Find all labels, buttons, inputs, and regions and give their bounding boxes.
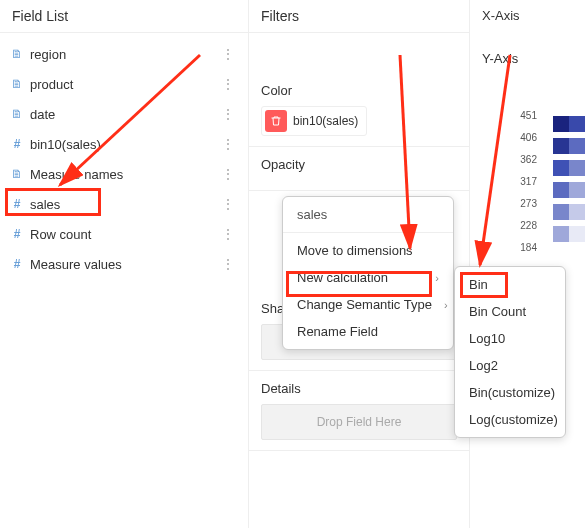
field-item-label: sales (30, 197, 217, 212)
heatmap-cell (569, 116, 585, 132)
field-context-menu: sales Move to dimensions New calculation… (282, 196, 454, 350)
field-item-sales[interactable]: #sales⋮ (0, 189, 248, 219)
field-item-label: Measure names (30, 167, 217, 182)
document-icon: 🗎 (10, 47, 24, 61)
more-icon[interactable]: ⋮ (217, 196, 238, 212)
submenu-log2[interactable]: Log2 (455, 352, 565, 379)
menu-new-calculation[interactable]: New calculation› (283, 264, 453, 291)
new-calculation-submenu: Bin Bin Count Log10 Log2 Bin(customize) … (454, 266, 566, 438)
submenu-log10[interactable]: Log10 (455, 325, 565, 352)
field-item-label: region (30, 47, 217, 62)
color-header: Color (261, 83, 457, 98)
more-icon[interactable]: ⋮ (217, 256, 238, 272)
field-item-row-count[interactable]: #Row count⋮ (0, 219, 248, 249)
heatmap-cell (553, 226, 569, 242)
more-icon[interactable]: ⋮ (217, 226, 238, 242)
heatmap-cell (569, 182, 585, 198)
heatmap-row (553, 116, 585, 132)
y-tick: 317 (520, 176, 537, 187)
menu-move-to-dimensions[interactable]: Move to dimensions (283, 237, 453, 264)
field-item-region[interactable]: 🗎region⋮ (0, 39, 248, 69)
number-icon: # (10, 257, 24, 271)
y-tick: 184 (520, 242, 537, 253)
submenu-bin-customize[interactable]: Bin(customize) (455, 379, 565, 406)
filters-header: Filters (249, 0, 469, 33)
more-icon[interactable]: ⋮ (217, 46, 238, 62)
menu-title: sales (283, 201, 453, 228)
document-icon: 🗎 (10, 77, 24, 91)
heatmap-row (553, 182, 585, 198)
chevron-right-icon: › (435, 272, 439, 284)
number-icon: # (10, 197, 24, 211)
x-axis-label: X-Axis (470, 0, 585, 31)
heatmap-cell (569, 160, 585, 176)
field-list: 🗎region⋮🗎product⋮🗎date⋮#bin10(sales)⋮🗎Me… (0, 33, 248, 285)
field-item-measure-names[interactable]: 🗎Measure names⋮ (0, 159, 248, 189)
field-item-date[interactable]: 🗎date⋮ (0, 99, 248, 129)
field-item-label: product (30, 77, 217, 92)
heatmap-row (553, 204, 585, 220)
field-item-product[interactable]: 🗎product⋮ (0, 69, 248, 99)
y-tick: 362 (520, 154, 537, 165)
delete-icon[interactable] (265, 110, 287, 132)
heatmap-cell (569, 138, 585, 154)
field-item-label: Row count (30, 227, 217, 242)
menu-rename-field[interactable]: Rename Field (283, 318, 453, 345)
document-icon: 🗎 (10, 107, 24, 121)
heatmap-cell (569, 226, 585, 242)
heatmap-cell (553, 182, 569, 198)
y-tick: 273 (520, 198, 537, 209)
heatmap-row (553, 138, 585, 154)
number-icon: # (10, 137, 24, 151)
document-icon: 🗎 (10, 167, 24, 181)
field-item-label: bin10(sales) (30, 137, 217, 152)
field-list-header: Field List (0, 0, 248, 33)
color-pill-label: bin10(sales) (293, 114, 358, 128)
y-axis-label: Y-Axis (470, 43, 585, 74)
submenu-bin-count[interactable]: Bin Count (455, 298, 565, 325)
heatmap-cell (553, 160, 569, 176)
heatmap-row (553, 160, 585, 176)
menu-change-semantic-type[interactable]: Change Semantic Type› (283, 291, 453, 318)
y-tick: 228 (520, 220, 537, 231)
details-header: Details (261, 381, 457, 396)
number-icon: # (10, 227, 24, 241)
more-icon[interactable]: ⋮ (217, 106, 238, 122)
y-tick: 451 (520, 110, 537, 121)
field-item-measure-values[interactable]: #Measure values⋮ (0, 249, 248, 279)
more-icon[interactable]: ⋮ (217, 136, 238, 152)
submenu-log-customize[interactable]: Log(customize) (455, 406, 565, 433)
details-dropzone[interactable]: Drop Field Here (261, 404, 457, 440)
more-icon[interactable]: ⋮ (217, 76, 238, 92)
heatmap-cell (569, 204, 585, 220)
heatmap-row (553, 226, 585, 242)
heatmap-cell (553, 138, 569, 154)
chevron-right-icon: › (444, 299, 448, 311)
submenu-bin[interactable]: Bin (455, 271, 565, 298)
heatmap-cell (553, 204, 569, 220)
field-item-bin10-sales-[interactable]: #bin10(sales)⋮ (0, 129, 248, 159)
color-pill[interactable]: bin10(sales) (261, 106, 367, 136)
y-tick: 406 (520, 132, 537, 143)
more-icon[interactable]: ⋮ (217, 166, 238, 182)
heatmap-cell (553, 116, 569, 132)
field-item-label: date (30, 107, 217, 122)
opacity-header: Opacity (261, 157, 457, 172)
field-item-label: Measure values (30, 257, 217, 272)
